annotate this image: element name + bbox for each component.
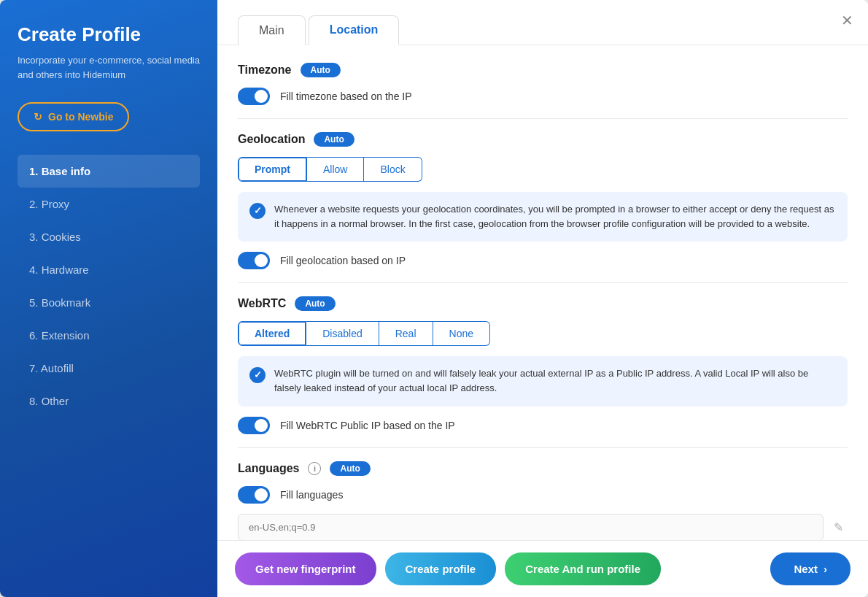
languages-toggle-slider[interactable]	[238, 486, 270, 504]
tab-location[interactable]: Location	[309, 15, 400, 45]
webrtc-auto-badge: Auto	[295, 296, 335, 311]
webrtc-toggle[interactable]	[238, 417, 270, 434]
languages-toggle-row: Fill languages	[238, 486, 848, 504]
chevron-right-icon: ›	[824, 563, 827, 575]
geolocation-prompt-btn[interactable]: Prompt	[238, 157, 307, 182]
webrtc-label: WebRTC	[238, 297, 286, 310]
timezone-auto-badge: Auto	[301, 63, 341, 77]
timezone-toggle-text: Fill timezone based on the IP	[280, 90, 412, 102]
close-button[interactable]: ✕	[841, 12, 853, 29]
languages-header: Languages i Auto	[238, 461, 848, 476]
geolocation-toggle-row: Fill geolocation based on IP	[238, 252, 848, 269]
sidebar-item-autofill[interactable]: 7. Autofill	[18, 352, 200, 385]
modal-window: Create Profile Incorporate your e-commer…	[0, 0, 868, 597]
timezone-header: Timezone Auto	[238, 63, 848, 77]
webrtc-toggle-row: Fill WebRTC Public IP based on the IP	[238, 417, 848, 434]
languages-toggle-text: Fill languages	[280, 489, 343, 501]
webrtc-toggle-slider[interactable]	[238, 417, 270, 434]
bottom-bar: Get new fingerprint Create profile Creat…	[217, 540, 868, 597]
webrtc-btn-group: Altered Disabled Real None	[238, 321, 848, 346]
webrtc-disabled-btn[interactable]: Disabled	[306, 321, 379, 346]
get-fingerprint-button[interactable]: Get new fingerprint	[235, 552, 376, 585]
sidebar-item-cookies[interactable]: 3. Cookies	[18, 220, 200, 253]
webrtc-altered-btn[interactable]: Altered	[238, 321, 306, 346]
sidebar-title: Create Profile	[18, 23, 200, 46]
sidebar-item-proxy[interactable]: 2. Proxy	[18, 188, 200, 220]
webrtc-real-btn[interactable]: Real	[379, 321, 433, 346]
timezone-toggle-slider[interactable]	[238, 88, 270, 105]
webrtc-header: WebRTC Auto	[238, 296, 848, 311]
main-content: ✕ Main Location Timezone Auto Fill timez…	[217, 0, 868, 597]
geolocation-section: Geolocation Auto Prompt Allow Block When…	[238, 132, 848, 269]
timezone-toggle[interactable]	[238, 88, 270, 105]
languages-input-row: ✎	[238, 514, 848, 540]
geolocation-btn-group: Prompt Allow Block	[238, 157, 848, 182]
sidebar-subtitle: Incorporate your e-commerce, social medi…	[18, 53, 200, 82]
next-button[interactable]: Next ›	[770, 552, 850, 585]
webrtc-info-text: WebRTC plugin will be turned on and will…	[274, 366, 836, 396]
webrtc-none-btn[interactable]: None	[433, 321, 490, 346]
geolocation-toggle-text: Fill geolocation based on IP	[280, 255, 406, 266]
geolocation-label: Geolocation	[238, 133, 305, 146]
languages-section: Languages i Auto Fill languages ✎	[238, 461, 848, 540]
sidebar-item-bookmark[interactable]: 5. Bookmark	[18, 286, 200, 319]
sidebar-navigation: 1. Base info 2. Proxy 3. Cookies 4. Hard…	[18, 155, 200, 417]
create-and-run-button[interactable]: Create And run profile	[505, 552, 661, 585]
content-area: Timezone Auto Fill timezone based on the…	[217, 45, 868, 540]
sidebar-item-hardware[interactable]: 4. Hardware	[18, 253, 200, 286]
refresh-icon: ↻	[34, 111, 42, 123]
timezone-toggle-row: Fill timezone based on the IP	[238, 88, 848, 105]
languages-input[interactable]	[238, 514, 824, 540]
webrtc-section: WebRTC Auto Altered Disabled Real None W…	[238, 296, 848, 434]
sidebar: Create Profile Incorporate your e-commer…	[0, 0, 217, 597]
geolocation-info-check-icon	[249, 203, 266, 219]
geolocation-info-box: Whenever a website requests your geoloca…	[238, 192, 848, 242]
geolocation-header: Geolocation Auto	[238, 132, 848, 147]
tabs-row: Main Location	[217, 0, 868, 45]
divider-2	[238, 282, 848, 283]
sidebar-item-extension[interactable]: 6. Extension	[18, 319, 200, 352]
geolocation-toggle-slider[interactable]	[238, 252, 270, 269]
sidebar-item-base-info[interactable]: 1. Base info	[18, 155, 200, 188]
languages-label: Languages	[238, 462, 299, 475]
geolocation-auto-badge: Auto	[314, 132, 354, 147]
divider-3	[238, 447, 848, 448]
create-profile-button[interactable]: Create profile	[385, 552, 497, 585]
languages-auto-badge: Auto	[330, 461, 370, 476]
tab-main[interactable]: Main	[238, 15, 306, 45]
webrtc-info-box: WebRTC plugin will be turned on and will…	[238, 356, 848, 406]
languages-toggle[interactable]	[238, 486, 270, 504]
webrtc-info-check-icon	[249, 367, 266, 383]
timezone-label: Timezone	[238, 63, 292, 77]
divider-1	[238, 118, 848, 119]
webrtc-toggle-text: Fill WebRTC Public IP based on the IP	[280, 420, 455, 431]
geolocation-info-text: Whenever a website requests your geoloca…	[274, 202, 836, 231]
languages-info-icon[interactable]: i	[308, 462, 321, 475]
sidebar-item-other[interactable]: 8. Other	[18, 385, 200, 417]
geolocation-block-btn[interactable]: Block	[364, 157, 422, 182]
go-to-newbie-button[interactable]: ↻ Go to Newbie	[18, 102, 129, 131]
geolocation-allow-btn[interactable]: Allow	[307, 157, 364, 182]
geolocation-toggle[interactable]	[238, 252, 270, 269]
timezone-section: Timezone Auto Fill timezone based on the…	[238, 63, 848, 105]
languages-edit-button[interactable]: ✎	[829, 516, 848, 539]
